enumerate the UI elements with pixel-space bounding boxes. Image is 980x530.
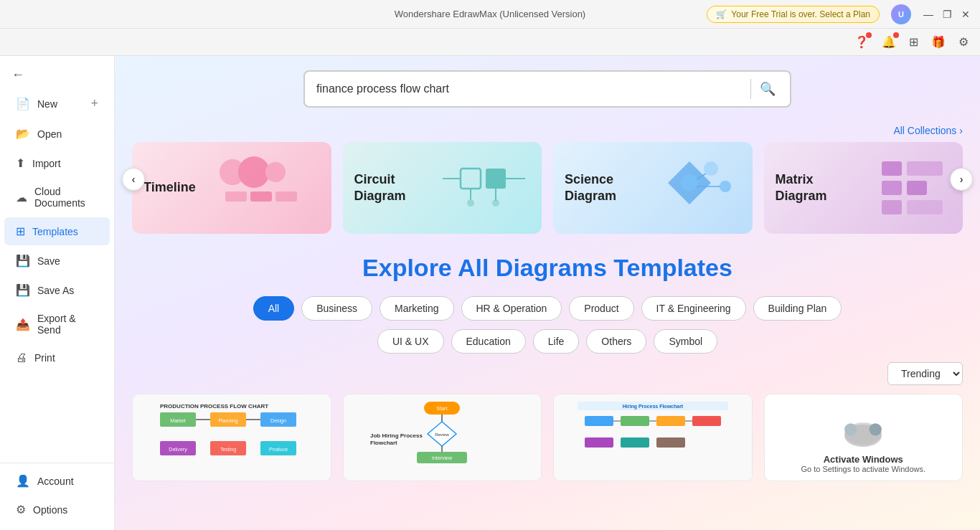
account-icon: 👤 <box>16 474 30 488</box>
filter-hr[interactable]: HR & Operation <box>461 296 562 321</box>
search-button[interactable]: 🔍 <box>757 78 778 100</box>
template-card-job-hiring[interactable]: Start Review Interview Job Hiring Proces… <box>343 394 542 481</box>
search-box: 🔍 <box>303 70 791 108</box>
sidebar-label-cloud: Cloud Documents <box>34 186 98 209</box>
filter-pills: All Business Marketing HR & Operation Pr… <box>132 296 963 321</box>
filter-building[interactable]: Building Plan <box>753 296 842 321</box>
settings-icon[interactable]: ⚙ <box>958 35 969 49</box>
sidebar-item-export[interactable]: 📤 Export & Send <box>4 306 110 343</box>
filter-all[interactable]: All <box>253 296 295 321</box>
filter-product[interactable]: Product <box>569 296 633 321</box>
sidebar-item-templates[interactable]: ⊞ Templates <box>4 217 110 245</box>
svg-point-2 <box>265 162 286 182</box>
trending-dropdown[interactable]: Trending Newest Popular <box>887 362 963 385</box>
carousel-card-matrix[interactable]: Matrix Diagram <box>764 142 963 234</box>
explore-static-text: Explore <box>362 254 458 281</box>
search-section: 🔍 <box>132 70 963 108</box>
sidebar-bottom: 👤 Account ⚙ Options <box>0 463 114 524</box>
svg-text:Delivery: Delivery <box>169 447 187 453</box>
sidebar-label-options: Options <box>33 504 67 516</box>
template-thumb-prod-flow: PRODUCTION PROCESS FLOW CHART Market Pla… <box>133 394 331 481</box>
timeline-thumb <box>211 147 326 229</box>
all-collections-link[interactable]: All Collections › <box>132 125 963 136</box>
svg-rect-55 <box>656 416 685 426</box>
carousel-card-circuit[interactable]: Circuit Diagram <box>343 142 542 234</box>
sidebar-label-export: Export & Send <box>37 313 98 336</box>
plus-icon[interactable]: + <box>90 96 98 111</box>
filter-life[interactable]: Life <box>533 329 580 354</box>
back-button[interactable]: ← <box>0 62 114 88</box>
search-input[interactable] <box>316 82 745 95</box>
svg-rect-53 <box>585 416 613 426</box>
sidebar-item-new[interactable]: 📄 New + <box>4 89 110 118</box>
filter-symbol[interactable]: Symbol <box>654 329 717 354</box>
sidebar-item-options[interactable]: ⚙ Options <box>4 496 110 524</box>
svg-rect-3 <box>225 191 247 202</box>
notification-icon[interactable]: 🔔 <box>882 35 896 49</box>
filter-marketing[interactable]: Marketing <box>380 296 453 321</box>
templates-icon: ⊞ <box>16 224 25 238</box>
template-card-prod-flow[interactable]: PRODUCTION PROCESS FLOW CHART Market Pla… <box>132 394 331 481</box>
sidebar-label-import: Import <box>32 158 61 169</box>
filter-others[interactable]: Others <box>586 329 646 354</box>
template-card-hiring-process[interactable]: Hiring Process Flowchart <box>553 394 753 481</box>
sidebar-item-open[interactable]: 📂 Open <box>4 120 110 148</box>
svg-point-65 <box>844 423 857 435</box>
svg-point-66 <box>870 423 882 435</box>
explore-highlight-text: All Diagrams Templates <box>458 254 732 281</box>
filter-uiux[interactable]: UI & UX <box>377 329 444 354</box>
template-thumb-hiring-process: Hiring Process Flowchart <box>554 394 752 481</box>
avatar[interactable]: U <box>891 4 911 24</box>
sidebar-item-cloud[interactable]: ☁ Cloud Documents <box>4 179 110 216</box>
minimize-button[interactable]: — <box>923 9 934 20</box>
svg-point-17 <box>720 181 731 192</box>
close-button[interactable]: ✕ <box>960 9 971 20</box>
trending-row: Trending Newest Popular <box>132 362 963 385</box>
sidebar-item-import[interactable]: ⬆ Import <box>4 149 110 177</box>
help-icon[interactable]: ❓ <box>854 35 869 49</box>
svg-text:Job Hiring Process: Job Hiring Process <box>370 432 423 439</box>
sidebar-item-saveas[interactable]: 💾 Save As <box>4 276 110 304</box>
svg-rect-61 <box>621 437 649 448</box>
community-icon[interactable]: ⊞ <box>909 35 918 49</box>
svg-text:Market: Market <box>170 418 185 423</box>
sidebar-item-save[interactable]: 💾 Save <box>4 247 110 275</box>
sidebar-item-print[interactable]: 🖨 Print <box>4 344 110 372</box>
template-grid: PRODUCTION PROCESS FLOW CHART Market Pla… <box>132 394 963 493</box>
maximize-button[interactable]: ❐ <box>941 9 953 20</box>
carousel-card-science[interactable]: Science Diagram <box>553 142 753 234</box>
gift-icon[interactable]: 🎁 <box>931 35 946 49</box>
new-icon: 📄 <box>16 97 30 110</box>
all-collections-label: All Collections <box>893 125 956 136</box>
carousel-card-timeline[interactable]: Timeline <box>132 142 331 234</box>
svg-rect-25 <box>907 200 943 214</box>
svg-text:Produce: Produce <box>269 447 288 452</box>
sidebar: ← 📄 New + 📂 Open ⬆ Import ☁ Cloud Docume… <box>0 56 115 530</box>
carousel-next-button[interactable]: › <box>950 168 973 191</box>
svg-point-1 <box>238 156 270 188</box>
export-icon: 📤 <box>16 318 30 331</box>
filter-education[interactable]: Education <box>451 329 526 354</box>
filter-business[interactable]: Business <box>301 296 372 321</box>
saveas-icon: 💾 <box>16 283 30 297</box>
window-controls: — ❐ ✕ <box>923 9 971 20</box>
svg-text:Testing: Testing <box>220 447 236 453</box>
filter-it[interactable]: IT & Engineering <box>641 296 746 321</box>
titlebar: Wondershare EdrawMax (Unlicensed Version… <box>0 0 980 29</box>
save-icon: 💾 <box>16 254 30 268</box>
carousel-prev-button[interactable]: ‹ <box>122 168 145 191</box>
sidebar-item-account[interactable]: 👤 Account <box>4 467 110 495</box>
svg-rect-21 <box>907 161 943 176</box>
chevron-right-icon: › <box>959 125 963 136</box>
carousel-label-circuit: Circuit Diagram <box>354 171 440 205</box>
sidebar-label-account: Account <box>37 475 74 487</box>
svg-rect-62 <box>656 437 685 448</box>
activate-title: Activate Windows <box>824 454 903 465</box>
carousel-section: All Collections › ‹ Timeline <box>132 125 963 234</box>
explore-title: Explore All Diagrams Templates <box>132 254 963 282</box>
toolbar: ❓ 🔔 ⊞ 🎁 ⚙ <box>0 29 980 56</box>
main-layout: ← 📄 New + 📂 Open ⬆ Import ☁ Cloud Docume… <box>0 56 980 530</box>
trial-banner[interactable]: 🛒 Your Free Trial is over. Select a Plan <box>707 6 880 23</box>
template-card-activate[interactable]: Activate Windows Go to Settings to activ… <box>764 394 963 481</box>
svg-text:Interview: Interview <box>432 455 453 460</box>
